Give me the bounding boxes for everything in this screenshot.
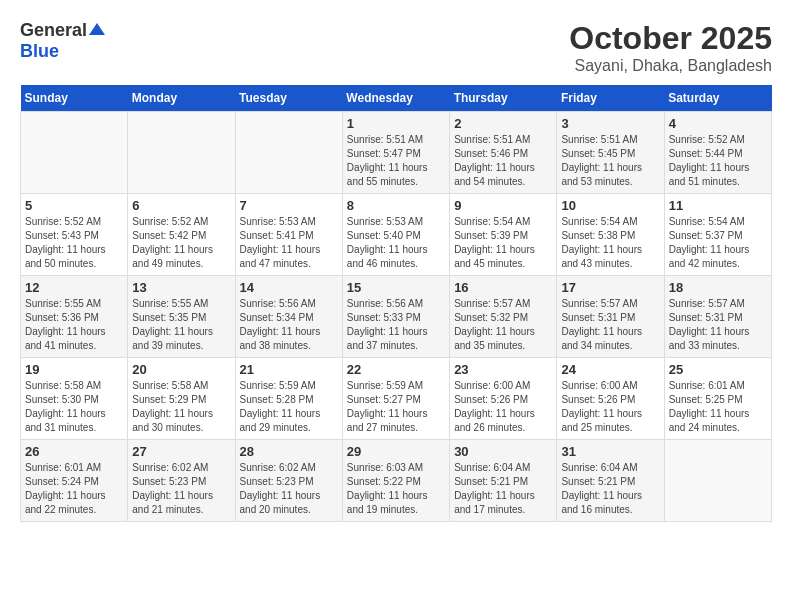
- calendar-cell: 1Sunrise: 5:51 AM Sunset: 5:47 PM Daylig…: [342, 112, 449, 194]
- day-content: Sunrise: 5:54 AM Sunset: 5:39 PM Dayligh…: [454, 215, 552, 271]
- calendar-title: October 2025: [569, 20, 772, 57]
- day-content: Sunrise: 6:01 AM Sunset: 5:24 PM Dayligh…: [25, 461, 123, 517]
- calendar-cell: 3Sunrise: 5:51 AM Sunset: 5:45 PM Daylig…: [557, 112, 664, 194]
- calendar-cell: 13Sunrise: 5:55 AM Sunset: 5:35 PM Dayli…: [128, 276, 235, 358]
- calendar-cell: 29Sunrise: 6:03 AM Sunset: 5:22 PM Dayli…: [342, 440, 449, 522]
- day-content: Sunrise: 5:51 AM Sunset: 5:46 PM Dayligh…: [454, 133, 552, 189]
- calendar-cell: [128, 112, 235, 194]
- day-number: 19: [25, 362, 123, 377]
- calendar-week-row: 12Sunrise: 5:55 AM Sunset: 5:36 PM Dayli…: [21, 276, 772, 358]
- day-content: Sunrise: 5:52 AM Sunset: 5:44 PM Dayligh…: [669, 133, 767, 189]
- calendar-cell: 30Sunrise: 6:04 AM Sunset: 5:21 PM Dayli…: [450, 440, 557, 522]
- day-content: Sunrise: 5:57 AM Sunset: 5:31 PM Dayligh…: [561, 297, 659, 353]
- day-number: 25: [669, 362, 767, 377]
- logo-general-text: General: [20, 20, 87, 41]
- calendar-cell: 10Sunrise: 5:54 AM Sunset: 5:38 PM Dayli…: [557, 194, 664, 276]
- day-content: Sunrise: 6:01 AM Sunset: 5:25 PM Dayligh…: [669, 379, 767, 435]
- calendar-cell: 4Sunrise: 5:52 AM Sunset: 5:44 PM Daylig…: [664, 112, 771, 194]
- day-number: 17: [561, 280, 659, 295]
- calendar-cell: 24Sunrise: 6:00 AM Sunset: 5:26 PM Dayli…: [557, 358, 664, 440]
- day-number: 16: [454, 280, 552, 295]
- day-number: 18: [669, 280, 767, 295]
- day-number: 29: [347, 444, 445, 459]
- day-number: 6: [132, 198, 230, 213]
- calendar-cell: 28Sunrise: 6:02 AM Sunset: 5:23 PM Dayli…: [235, 440, 342, 522]
- day-number: 22: [347, 362, 445, 377]
- day-content: Sunrise: 5:58 AM Sunset: 5:30 PM Dayligh…: [25, 379, 123, 435]
- calendar-header-row: SundayMondayTuesdayWednesdayThursdayFrid…: [21, 85, 772, 112]
- day-content: Sunrise: 6:04 AM Sunset: 5:21 PM Dayligh…: [454, 461, 552, 517]
- calendar-cell: 12Sunrise: 5:55 AM Sunset: 5:36 PM Dayli…: [21, 276, 128, 358]
- day-number: 9: [454, 198, 552, 213]
- calendar-cell: 21Sunrise: 5:59 AM Sunset: 5:28 PM Dayli…: [235, 358, 342, 440]
- calendar-cell: 18Sunrise: 5:57 AM Sunset: 5:31 PM Dayli…: [664, 276, 771, 358]
- column-header-saturday: Saturday: [664, 85, 771, 112]
- day-number: 24: [561, 362, 659, 377]
- column-header-tuesday: Tuesday: [235, 85, 342, 112]
- day-content: Sunrise: 5:59 AM Sunset: 5:28 PM Dayligh…: [240, 379, 338, 435]
- day-content: Sunrise: 5:58 AM Sunset: 5:29 PM Dayligh…: [132, 379, 230, 435]
- svg-marker-0: [89, 23, 105, 35]
- day-number: 2: [454, 116, 552, 131]
- calendar-table: SundayMondayTuesdayWednesdayThursdayFrid…: [20, 85, 772, 522]
- day-content: Sunrise: 5:53 AM Sunset: 5:41 PM Dayligh…: [240, 215, 338, 271]
- page-header: General Blue October 2025 Sayani, Dhaka,…: [20, 20, 772, 75]
- logo-blue-text: Blue: [20, 41, 59, 62]
- day-number: 12: [25, 280, 123, 295]
- day-number: 20: [132, 362, 230, 377]
- day-number: 26: [25, 444, 123, 459]
- day-content: Sunrise: 5:52 AM Sunset: 5:42 PM Dayligh…: [132, 215, 230, 271]
- day-number: 28: [240, 444, 338, 459]
- calendar-cell: 5Sunrise: 5:52 AM Sunset: 5:43 PM Daylig…: [21, 194, 128, 276]
- day-content: Sunrise: 6:00 AM Sunset: 5:26 PM Dayligh…: [454, 379, 552, 435]
- column-header-thursday: Thursday: [450, 85, 557, 112]
- day-number: 13: [132, 280, 230, 295]
- day-number: 23: [454, 362, 552, 377]
- day-number: 30: [454, 444, 552, 459]
- day-content: Sunrise: 5:55 AM Sunset: 5:35 PM Dayligh…: [132, 297, 230, 353]
- calendar-cell: 17Sunrise: 5:57 AM Sunset: 5:31 PM Dayli…: [557, 276, 664, 358]
- calendar-cell: 15Sunrise: 5:56 AM Sunset: 5:33 PM Dayli…: [342, 276, 449, 358]
- day-content: Sunrise: 5:51 AM Sunset: 5:47 PM Dayligh…: [347, 133, 445, 189]
- day-number: 5: [25, 198, 123, 213]
- day-content: Sunrise: 5:51 AM Sunset: 5:45 PM Dayligh…: [561, 133, 659, 189]
- calendar-cell: [21, 112, 128, 194]
- calendar-cell: 31Sunrise: 6:04 AM Sunset: 5:21 PM Dayli…: [557, 440, 664, 522]
- calendar-cell: 8Sunrise: 5:53 AM Sunset: 5:40 PM Daylig…: [342, 194, 449, 276]
- column-header-friday: Friday: [557, 85, 664, 112]
- day-content: Sunrise: 5:56 AM Sunset: 5:34 PM Dayligh…: [240, 297, 338, 353]
- calendar-cell: 23Sunrise: 6:00 AM Sunset: 5:26 PM Dayli…: [450, 358, 557, 440]
- logo-icon: [89, 21, 105, 37]
- calendar-week-row: 26Sunrise: 6:01 AM Sunset: 5:24 PM Dayli…: [21, 440, 772, 522]
- column-header-monday: Monday: [128, 85, 235, 112]
- day-number: 3: [561, 116, 659, 131]
- day-number: 14: [240, 280, 338, 295]
- column-header-wednesday: Wednesday: [342, 85, 449, 112]
- day-content: Sunrise: 5:56 AM Sunset: 5:33 PM Dayligh…: [347, 297, 445, 353]
- calendar-week-row: 19Sunrise: 5:58 AM Sunset: 5:30 PM Dayli…: [21, 358, 772, 440]
- day-content: Sunrise: 5:52 AM Sunset: 5:43 PM Dayligh…: [25, 215, 123, 271]
- day-content: Sunrise: 6:03 AM Sunset: 5:22 PM Dayligh…: [347, 461, 445, 517]
- day-content: Sunrise: 6:00 AM Sunset: 5:26 PM Dayligh…: [561, 379, 659, 435]
- calendar-cell: 16Sunrise: 5:57 AM Sunset: 5:32 PM Dayli…: [450, 276, 557, 358]
- day-number: 21: [240, 362, 338, 377]
- day-number: 27: [132, 444, 230, 459]
- day-number: 15: [347, 280, 445, 295]
- calendar-subtitle: Sayani, Dhaka, Bangladesh: [569, 57, 772, 75]
- calendar-week-row: 5Sunrise: 5:52 AM Sunset: 5:43 PM Daylig…: [21, 194, 772, 276]
- day-number: 10: [561, 198, 659, 213]
- column-header-sunday: Sunday: [21, 85, 128, 112]
- logo: General Blue: [20, 20, 105, 62]
- day-number: 1: [347, 116, 445, 131]
- day-content: Sunrise: 6:04 AM Sunset: 5:21 PM Dayligh…: [561, 461, 659, 517]
- day-number: 11: [669, 198, 767, 213]
- calendar-cell: 7Sunrise: 5:53 AM Sunset: 5:41 PM Daylig…: [235, 194, 342, 276]
- day-number: 4: [669, 116, 767, 131]
- calendar-cell: 2Sunrise: 5:51 AM Sunset: 5:46 PM Daylig…: [450, 112, 557, 194]
- day-content: Sunrise: 5:54 AM Sunset: 5:37 PM Dayligh…: [669, 215, 767, 271]
- day-content: Sunrise: 6:02 AM Sunset: 5:23 PM Dayligh…: [240, 461, 338, 517]
- calendar-cell: 11Sunrise: 5:54 AM Sunset: 5:37 PM Dayli…: [664, 194, 771, 276]
- calendar-cell: 26Sunrise: 6:01 AM Sunset: 5:24 PM Dayli…: [21, 440, 128, 522]
- calendar-cell: 9Sunrise: 5:54 AM Sunset: 5:39 PM Daylig…: [450, 194, 557, 276]
- calendar-cell: [664, 440, 771, 522]
